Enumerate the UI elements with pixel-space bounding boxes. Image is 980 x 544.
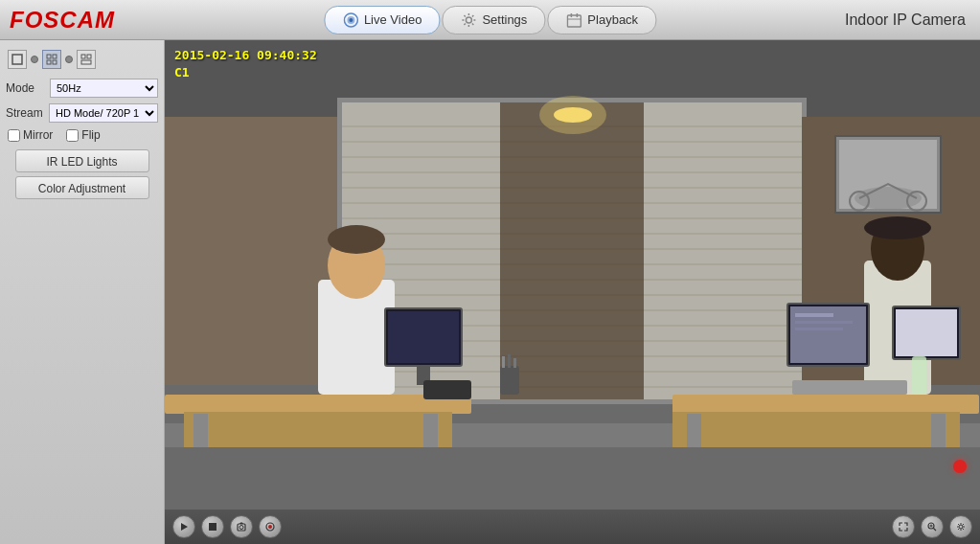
- svg-rect-14: [87, 55, 91, 58]
- svg-point-87: [268, 525, 272, 529]
- gear-icon: [460, 11, 477, 29]
- video-area: 2015-02-16 09:40:32 C1: [165, 40, 980, 544]
- logo: FOSCAM: [10, 7, 115, 34]
- left-panel: Mode 50Hz 60Hz Outdoor Stream HD Mode/ 7…: [0, 40, 165, 544]
- svg-point-3: [466, 17, 471, 23]
- fullscreen-button[interactable]: [892, 515, 915, 538]
- svg-marker-82: [181, 523, 188, 531]
- svg-rect-70: [795, 321, 853, 324]
- svg-rect-15: [81, 60, 91, 64]
- svg-point-92: [959, 525, 963, 529]
- svg-rect-77: [500, 366, 519, 395]
- main: Mode 50Hz 60Hz Outdoor Stream HD Mode/ 7…: [0, 40, 980, 544]
- view-dot-1: [31, 56, 38, 63]
- svg-rect-8: [12, 55, 22, 64]
- bottom-bar: [165, 510, 980, 544]
- svg-rect-75: [912, 356, 926, 395]
- stream-label: Stream: [6, 106, 45, 120]
- snapshot-button[interactable]: [230, 515, 253, 538]
- tab-playback-label: Playback: [587, 12, 638, 27]
- mode-row: Mode 50Hz 60Hz Outdoor: [6, 79, 158, 98]
- recording-indicator: [953, 460, 967, 473]
- mirror-checkbox[interactable]: [8, 129, 20, 142]
- svg-rect-53: [672, 395, 979, 414]
- svg-point-47: [539, 96, 606, 134]
- svg-line-89: [934, 529, 937, 532]
- settings2-button[interactable]: [949, 515, 972, 538]
- svg-rect-12: [53, 60, 57, 64]
- svg-rect-73: [896, 309, 957, 356]
- tab-settings-label: Settings: [482, 12, 527, 27]
- svg-point-2: [349, 18, 353, 22]
- checkbox-row: Mirror Flip: [6, 128, 158, 142]
- flip-label: Flip: [81, 128, 100, 142]
- ir-led-button[interactable]: IR LED Lights: [15, 149, 149, 172]
- flip-checkbox[interactable]: [66, 129, 79, 142]
- cam-id: C1: [174, 65, 190, 79]
- video-container: 2015-02-16 09:40:32 C1: [165, 40, 980, 510]
- tab-live-video[interactable]: Live Video: [324, 6, 440, 34]
- header: FOSCAM Live Video Settings: [0, 0, 980, 40]
- svg-point-59: [328, 225, 385, 254]
- svg-rect-69: [795, 313, 833, 317]
- svg-point-65: [864, 216, 931, 239]
- play-button[interactable]: [172, 515, 195, 538]
- flip-checkbox-item: Flip: [66, 128, 100, 142]
- calendar-icon: [565, 11, 582, 29]
- svg-rect-11: [47, 60, 51, 64]
- svg-rect-76: [423, 380, 471, 399]
- svg-rect-4: [567, 15, 581, 27]
- stop-button[interactable]: [201, 515, 224, 538]
- multi-view-btn[interactable]: [77, 50, 96, 69]
- svg-rect-81: [165, 447, 980, 510]
- color-adjustment-button[interactable]: Color Adjustment: [15, 176, 149, 199]
- zoom-button[interactable]: [921, 515, 944, 538]
- mode-label: Mode: [6, 81, 46, 95]
- video-icon: [342, 11, 359, 29]
- view-dot-2: [65, 56, 73, 63]
- timestamp: 2015-02-16 09:40:32: [174, 48, 317, 62]
- mirror-label: Mirror: [23, 128, 53, 142]
- svg-rect-80: [513, 358, 516, 368]
- tab-settings[interactable]: Settings: [442, 6, 545, 34]
- svg-rect-9: [47, 55, 51, 58]
- svg-rect-83: [209, 523, 217, 531]
- svg-rect-13: [81, 55, 85, 58]
- svg-rect-79: [508, 354, 511, 368]
- single-view-btn[interactable]: [8, 50, 27, 69]
- svg-point-43: [855, 187, 922, 210]
- mirror-checkbox-item: Mirror: [8, 128, 53, 142]
- view-controls: [892, 515, 972, 538]
- svg-rect-78: [502, 356, 505, 368]
- svg-rect-10: [53, 55, 57, 58]
- quad-view-btn[interactable]: [42, 50, 61, 69]
- svg-rect-71: [795, 328, 843, 330]
- stream-row: Stream HD Mode/ 720P 1 SD Mode/ 360P: [6, 103, 158, 123]
- video-scene: [165, 40, 980, 510]
- tab-live-label: Live Video: [364, 12, 422, 27]
- view-options: [6, 48, 158, 71]
- playback-controls: [172, 515, 282, 538]
- camera-label: Indoor IP Camera: [845, 11, 966, 29]
- svg-rect-39: [500, 102, 644, 399]
- svg-rect-61: [388, 311, 459, 363]
- nav-tabs: Live Video Settings Playback: [324, 6, 656, 34]
- tab-playback[interactable]: Playback: [547, 6, 656, 34]
- mode-select[interactable]: 50Hz 60Hz Outdoor: [50, 79, 158, 98]
- record-button[interactable]: [259, 515, 282, 538]
- svg-rect-74: [792, 380, 907, 395]
- stream-select[interactable]: HD Mode/ 720P 1 SD Mode/ 360P: [49, 103, 158, 123]
- svg-point-85: [239, 526, 243, 530]
